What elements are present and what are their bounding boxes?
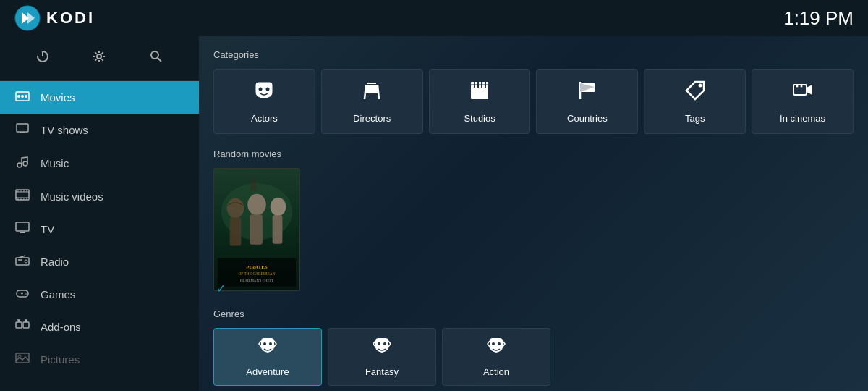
- incinemas-tile-label: In cinemas: [780, 113, 825, 124]
- random-movies-title: Random movies: [213, 148, 854, 159]
- category-tile-incinemas[interactable]: In cinemas: [752, 69, 854, 134]
- directors-tile-label: Directors: [353, 113, 391, 124]
- svg-point-80: [269, 342, 272, 345]
- games-icon: [14, 287, 30, 302]
- svg-text:DEAD MAN'S CHEST: DEAD MAN'S CHEST: [240, 279, 274, 282]
- svg-point-81: [378, 342, 380, 345]
- musicvideos-label: Music videos: [41, 190, 103, 203]
- music-label: Music: [41, 157, 69, 169]
- topbar: KODI 1:19 PM: [0, 0, 868, 36]
- svg-rect-38: [16, 322, 22, 328]
- svg-marker-63: [807, 85, 812, 95]
- genres-title: Genres: [213, 308, 854, 319]
- clock-display: 1:19 PM: [783, 7, 854, 30]
- search-button[interactable]: [143, 46, 169, 70]
- svg-point-83: [492, 342, 495, 345]
- genres-tiles: Adventure Fantasy: [213, 328, 854, 386]
- content-area: Categories Actors: [199, 36, 868, 391]
- tvshows-label: TV shows: [41, 124, 88, 136]
- studios-tile-icon: [468, 79, 491, 107]
- categories-title: Categories: [213, 49, 854, 60]
- svg-text:OF THE CARIBBEAN: OF THE CARIBBEAN: [238, 272, 275, 276]
- app-title: KODI: [46, 9, 95, 28]
- svg-point-47: [266, 88, 270, 91]
- sidebar-item-radio[interactable]: Radio: [0, 245, 199, 278]
- kodi-logo-icon: [14, 5, 41, 31]
- tv-icon: [14, 222, 30, 237]
- genres-section: Genres Adven: [213, 308, 854, 386]
- category-tile-directors[interactable]: Directors: [321, 69, 423, 134]
- action-genre-icon: [485, 337, 507, 362]
- categories-tiles: Actors Directors: [213, 69, 854, 134]
- svg-point-5: [97, 54, 101, 59]
- svg-point-69: [227, 198, 244, 219]
- svg-rect-74: [273, 215, 283, 243]
- svg-point-71: [247, 194, 266, 216]
- movie-poster-container[interactable]: PIRATES OF THE CARIBBEAN DEAD MAN'S CHES…: [213, 168, 300, 291]
- svg-point-37: [25, 293, 27, 295]
- svg-rect-62: [793, 85, 807, 95]
- addons-icon: [14, 319, 30, 335]
- logo-area: KODI: [14, 5, 95, 31]
- svg-line-7: [158, 58, 161, 62]
- music-icon: [14, 155, 30, 172]
- tags-tile-icon: [684, 79, 707, 107]
- sidebar-item-tvshows[interactable]: TV shows: [0, 114, 199, 146]
- studios-tile-label: Studios: [464, 113, 495, 124]
- svg-point-6: [151, 51, 158, 59]
- svg-rect-28: [16, 222, 29, 231]
- movie-poster: PIRATES OF THE CARIBBEAN DEAD MAN'S CHES…: [213, 168, 300, 291]
- tags-tile-label: Tags: [685, 113, 705, 124]
- settings-icon: [92, 49, 106, 64]
- svg-point-10: [21, 95, 24, 98]
- svg-point-82: [383, 342, 386, 345]
- category-tile-tags[interactable]: Tags: [644, 69, 746, 134]
- fantasy-genre-label: Fantasy: [365, 366, 399, 377]
- genre-tile-fantasy[interactable]: Fantasy: [328, 328, 436, 386]
- sidebar-item-tv[interactable]: TV: [0, 213, 199, 245]
- genre-tile-action[interactable]: Action: [442, 328, 550, 386]
- search-icon: [149, 49, 163, 64]
- category-tile-actors[interactable]: Actors: [213, 69, 315, 134]
- countries-tile-icon: [576, 79, 599, 107]
- fantasy-genre-icon: [371, 337, 393, 362]
- sidebar-item-music[interactable]: Music: [0, 146, 199, 180]
- settings-button[interactable]: [86, 46, 112, 70]
- pictures-icon: [14, 352, 30, 367]
- tv-label: TV: [41, 223, 54, 235]
- action-genre-label: Action: [483, 366, 509, 377]
- sidebar-item-movies[interactable]: Movies: [0, 81, 199, 114]
- sidebar-item-addons[interactable]: Add-ons: [0, 311, 199, 343]
- sidebar-icon-bar: [0, 36, 199, 81]
- svg-point-84: [498, 342, 501, 345]
- svg-rect-72: [250, 214, 263, 244]
- genre-tile-adventure[interactable]: Adventure: [213, 328, 322, 386]
- directors-tile-icon: [360, 79, 383, 107]
- svg-point-73: [271, 198, 286, 216]
- tvshows-icon: [14, 122, 30, 138]
- category-tile-countries[interactable]: Countries: [536, 69, 638, 134]
- power-icon: [35, 49, 50, 64]
- category-tile-studios[interactable]: Studios: [429, 69, 531, 134]
- incinemas-tile-icon: [791, 79, 814, 107]
- svg-point-79: [263, 342, 266, 345]
- movie-checkmark: ✓: [216, 282, 226, 295]
- sidebar-item-games[interactable]: Games: [0, 278, 199, 311]
- sidebar-item-pictures[interactable]: Pictures: [0, 343, 199, 376]
- power-button[interactable]: [30, 46, 56, 70]
- svg-point-16: [23, 161, 27, 166]
- svg-point-61: [698, 84, 702, 88]
- sidebar-item-musicvideos[interactable]: Music videos: [0, 180, 199, 213]
- svg-rect-70: [230, 217, 242, 245]
- svg-text:PIRATES: PIRATES: [246, 264, 267, 269]
- svg-point-36: [25, 293, 26, 294]
- adventure-genre-label: Adventure: [246, 366, 289, 377]
- adventure-genre-icon: [257, 337, 278, 362]
- addons-label: Add-ons: [41, 321, 81, 333]
- svg-rect-48: [366, 85, 378, 92]
- svg-point-65: [800, 85, 802, 88]
- svg-rect-29: [20, 232, 25, 233]
- svg-point-11: [25, 95, 27, 98]
- svg-point-15: [17, 163, 22, 167]
- movies-label: Movies: [41, 91, 75, 104]
